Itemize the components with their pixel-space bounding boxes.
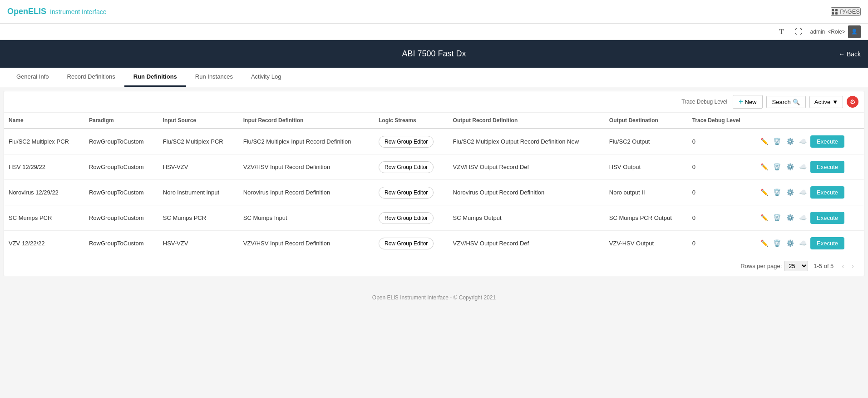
pages-button[interactable]: PAGES <box>831 7 861 16</box>
cell-trace-debug-level: 0 <box>688 231 754 256</box>
col-input-source: Input Source <box>158 113 239 129</box>
user-name: admin <box>810 29 825 35</box>
cell-name: VZV 12/22/22 <box>4 231 84 256</box>
settings-button[interactable]: ⚙️ <box>784 162 796 171</box>
back-button[interactable]: ← Back <box>838 50 861 58</box>
table-row: SC Mumps PCR RowGroupToCustom SC Mumps P… <box>4 205 864 231</box>
logo-open: Open <box>7 7 28 16</box>
cell-output-destination: Noro output II <box>605 180 688 205</box>
new-button[interactable]: + New <box>733 95 762 109</box>
tab-run-instances[interactable]: Run Instances <box>186 68 242 87</box>
tab-general-info[interactable]: General Info <box>7 68 58 87</box>
col-logic-streams: Logic Streams <box>374 113 449 129</box>
app-logo: OpenELIS <box>7 7 46 16</box>
table-header-row: Name Paradigm Input Source Input Record … <box>4 113 864 129</box>
next-page-button[interactable]: › <box>849 261 857 271</box>
row-group-editor-button[interactable]: Row Group Editor <box>379 187 434 199</box>
settings-circle-button[interactable]: ⚙ <box>847 96 858 108</box>
col-output-destination: Output Destination <box>605 113 688 129</box>
row-group-editor-button[interactable]: Row Group Editor <box>379 161 434 173</box>
pagination-nav: ‹ › <box>839 261 857 271</box>
table-row: HSV 12/29/22 RowGroupToCustom HSV-VZV VZ… <box>4 154 864 180</box>
upload-button[interactable]: ☁️ <box>797 239 809 248</box>
col-trace-debug-level: Trace Debug Level <box>688 113 754 129</box>
upload-button[interactable]: ☁️ <box>797 213 809 222</box>
plus-icon: + <box>739 98 743 106</box>
rows-per-page-label: Rows per page: <box>740 263 782 269</box>
cell-actions: ✏️ 🗑️ ⚙️ ☁️ Execute <box>754 205 864 231</box>
app-subtitle: Instrument Interface <box>50 8 107 15</box>
fullscreen-icon[interactable]: ⛶ <box>792 27 805 37</box>
execute-button[interactable]: Execute <box>810 237 844 249</box>
user-avatar: 👤 <box>848 25 861 38</box>
edit-button[interactable]: ✏️ <box>759 162 770 171</box>
cell-input-record-definition: Flu/SC2 Multiplex Input Record Definitio… <box>239 129 374 154</box>
pagination: Rows per page: 25 50 100 1-5 of 5 ‹ › <box>4 256 864 276</box>
rows-per-page-select[interactable]: 25 50 100 <box>784 261 808 271</box>
cell-input-source: HSV-VZV <box>158 154 239 180</box>
prev-page-button[interactable]: ‹ <box>839 261 847 271</box>
execute-button[interactable]: Execute <box>810 161 844 173</box>
delete-button[interactable]: 🗑️ <box>771 239 783 248</box>
cell-trace-debug-level: 0 <box>688 129 754 154</box>
delete-button[interactable]: 🗑️ <box>771 162 783 171</box>
rows-per-page: Rows per page: 25 50 100 <box>740 261 808 271</box>
cell-input-source: HSV-VZV <box>158 231 239 256</box>
row-group-editor-button[interactable]: Row Group Editor <box>379 212 434 224</box>
tab-record-definitions[interactable]: Record Definitions <box>58 68 124 87</box>
cell-input-record-definition: SC Mumps Input <box>239 205 374 231</box>
cell-output-record-definition: Flu/SC2 Multiplex Output Record Definiti… <box>449 129 605 154</box>
cell-actions: ✏️ 🗑️ ⚙️ ☁️ Execute <box>754 129 864 154</box>
trace-debug-level-label: Trace Debug Level <box>681 99 727 105</box>
settings-button[interactable]: ⚙️ <box>784 213 796 222</box>
delete-button[interactable]: 🗑️ <box>771 188 783 197</box>
edit-button[interactable]: ✏️ <box>759 137 770 146</box>
execute-button[interactable]: Execute <box>810 135 844 148</box>
cell-name: SC Mumps PCR <box>4 205 84 231</box>
cell-output-record-definition: VZV/HSV Output Record Def <box>449 154 605 180</box>
cell-actions: ✏️ 🗑️ ⚙️ ☁️ Execute <box>754 180 864 205</box>
tab-run-definitions[interactable]: Run Definitions <box>124 68 186 87</box>
user-info: admin <Role> 👤 <box>810 25 861 38</box>
active-dropdown[interactable]: Active ▼ <box>809 96 843 108</box>
execute-button[interactable]: Execute <box>810 186 844 199</box>
execute-button[interactable]: Execute <box>810 212 844 224</box>
cell-output-destination: VZV-HSV Output <box>605 231 688 256</box>
cell-trace-debug-level: 0 <box>688 180 754 205</box>
edit-button[interactable]: ✏️ <box>759 239 770 248</box>
search-button[interactable]: Search 🔍 <box>766 96 806 108</box>
edit-button[interactable]: ✏️ <box>759 213 770 222</box>
cell-input-source: Flu/SC2 Multiplex PCR <box>158 129 239 154</box>
cell-trace-debug-level: 0 <box>688 205 754 231</box>
cell-name: HSV 12/29/22 <box>4 154 84 180</box>
upload-button[interactable]: ☁️ <box>797 162 809 171</box>
cell-output-destination: HSV Output <box>605 154 688 180</box>
edit-button[interactable]: ✏️ <box>759 188 770 197</box>
delete-button[interactable]: 🗑️ <box>771 137 783 146</box>
col-name: Name <box>4 113 84 129</box>
logo-area: OpenELIS Instrument Interface <box>7 7 107 16</box>
settings-button[interactable]: ⚙️ <box>784 239 796 248</box>
table-toolbar: Trace Debug Level + New Search 🔍 Active … <box>4 91 864 113</box>
row-group-editor-button[interactable]: Row Group Editor <box>379 136 434 148</box>
cell-paradigm: RowGroupToCustom <box>84 231 158 256</box>
search-label: Search <box>772 99 791 105</box>
delete-button[interactable]: 🗑️ <box>771 213 783 222</box>
cell-logic-streams: Row Group Editor <box>374 154 449 180</box>
settings-button[interactable]: ⚙️ <box>784 188 796 197</box>
cell-trace-debug-level: 0 <box>688 154 754 180</box>
footer-text: Open ELiS Instrument Interface - © Copyr… <box>372 294 496 301</box>
cell-output-record-definition: VZV/HSV Output Record Def <box>449 231 605 256</box>
tab-activity-log[interactable]: Activity Log <box>242 68 290 87</box>
row-group-editor-button[interactable]: Row Group Editor <box>379 238 434 249</box>
settings-button[interactable]: ⚙️ <box>784 137 796 146</box>
new-label: New <box>745 99 757 105</box>
upload-button[interactable]: ☁️ <box>797 137 809 146</box>
tab-navigation: General Info Record Definitions Run Defi… <box>0 68 868 87</box>
run-definitions-table: Name Paradigm Input Source Input Record … <box>4 113 864 256</box>
text-size-icon[interactable]: 𝐓 <box>776 27 787 37</box>
top-navigation: OpenELIS Instrument Interface PAGES <box>0 0 868 24</box>
cell-input-source: Noro instrument input <box>158 180 239 205</box>
cell-input-source: SC Mumps PCR <box>158 205 239 231</box>
upload-button[interactable]: ☁️ <box>797 188 809 197</box>
